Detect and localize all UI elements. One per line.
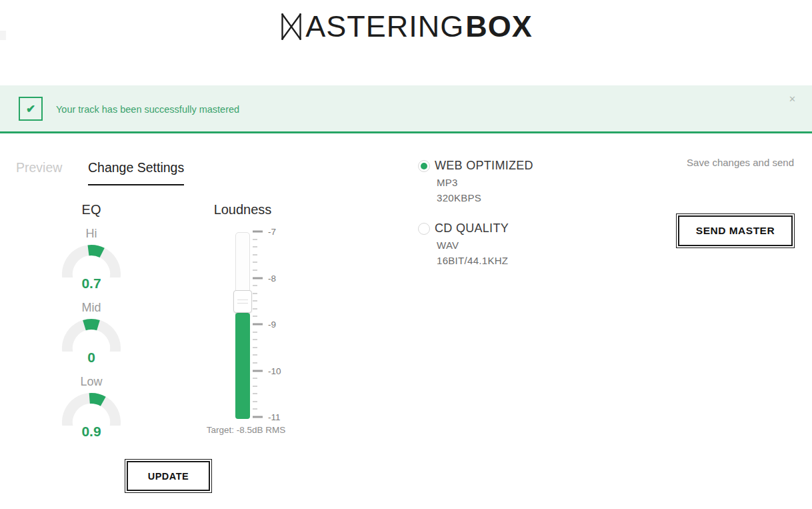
eq-knob-hi[interactable]: Hi 0.7 [25, 227, 158, 292]
check-icon: ✔ [19, 97, 43, 121]
format-detail: 16BIT/44.1KHZ [437, 255, 533, 266]
format-detail: WAV [437, 239, 533, 251]
format-label[interactable]: WEB OPTIMIZED [435, 159, 533, 173]
eq-title: EQ [25, 202, 158, 217]
mastering-page: ASTERINGBOX ✔ Your track has been succes… [0, 0, 812, 509]
close-icon[interactable]: ✕ [789, 94, 796, 104]
knob-gauge[interactable] [60, 244, 123, 278]
save-hint-text: Save changes and send [667, 157, 794, 168]
success-banner: ✔ Your track has been successfully maste… [0, 85, 812, 133]
eq-knob-mid[interactable]: Mid 0 [25, 301, 158, 366]
loudness-slider-handle[interactable] [233, 290, 252, 313]
format-label[interactable]: CD QUALITY [435, 221, 533, 235]
loudness-slider-fill [235, 313, 250, 419]
update-button[interactable]: UPDATE [127, 461, 210, 491]
knob-value: 0.7 [25, 276, 158, 292]
knob-gauge[interactable] [60, 318, 123, 352]
loudness-tick-rail: -7-8-9-10-11 [253, 231, 293, 420]
eq-knob-low[interactable]: Low 0.9 [25, 375, 158, 440]
send-master-button[interactable]: SEND MASTER [678, 215, 793, 246]
page-edge-mark [0, 31, 6, 40]
radio-icon[interactable] [418, 223, 430, 235]
radio-icon[interactable] [418, 160, 430, 172]
eq-section: EQ Hi 0.7 Mid 0 Low 0.9 [25, 202, 158, 440]
tab-preview[interactable]: Preview [16, 160, 62, 175]
bowtie-m-icon [279, 13, 303, 40]
logo-text-light: ASTERING [305, 9, 464, 44]
format-option-web[interactable]: WEB OPTIMIZED MP3 320KBPS [418, 159, 533, 203]
knob-value: 0.9 [25, 424, 158, 440]
knob-gauge[interactable] [60, 392, 123, 426]
knob-label: Low [25, 375, 158, 389]
logo-text-bold: BOX [465, 9, 533, 44]
format-options: WEB OPTIMIZED MP3 320KBPS CD QUALITY WAV… [418, 159, 533, 284]
tab-change-settings[interactable]: Change Settings [88, 160, 184, 185]
format-detail: 320KBPS [437, 192, 533, 203]
knob-value: 0 [25, 350, 158, 366]
format-option-cd[interactable]: CD QUALITY WAV 16BIT/44.1KHZ [418, 221, 533, 266]
knob-label: Mid [25, 301, 158, 315]
masteringbox-logo: ASTERINGBOX [0, 7, 812, 47]
loudness-target-label: Target: -8.5dB RMS [189, 425, 303, 435]
format-detail: MP3 [437, 177, 533, 188]
knob-label: Hi [25, 227, 158, 241]
banner-message: Your track has been successfully mastere… [56, 104, 239, 115]
loudness-slider-track[interactable] [235, 232, 250, 419]
loudness-title: Loudness [189, 202, 296, 217]
